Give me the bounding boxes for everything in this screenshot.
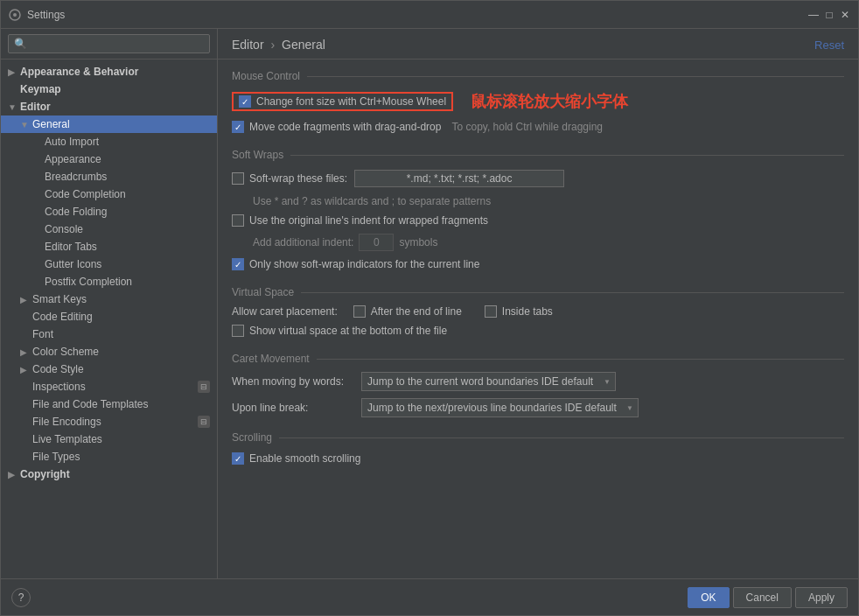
soft-wrap-files-checkbox[interactable]: Soft-wrap these files: (232, 172, 347, 185)
sidebar-label: Color Scheme (32, 346, 99, 358)
sidebar-item-copyright[interactable]: ▶ Copyright (1, 466, 217, 483)
only-show-wrap-checkbox[interactable]: Only show soft-wrap indicators for the c… (232, 258, 479, 270)
show-virtual-space-row: Show virtual space at the bottom of the … (232, 323, 844, 339)
badge-icon: ⊟ (198, 381, 210, 393)
arrow-icon: ▼ (20, 120, 32, 130)
use-original-cb[interactable] (232, 214, 244, 227)
apply-button[interactable]: Apply (795, 587, 848, 608)
sidebar-item-file-types[interactable]: File Types (1, 448, 217, 466)
sidebar-item-font[interactable]: Font (1, 326, 217, 343)
title-bar: Settings — □ ✕ (1, 1, 858, 29)
sidebar-item-file-encodings[interactable]: File Encodings ⊟ (1, 413, 217, 430)
search-input[interactable] (8, 34, 210, 53)
sidebar-item-live-templates[interactable]: Live Templates (1, 430, 217, 448)
right-panel: Editor › General Reset Mouse Control Cha… (218, 29, 858, 578)
sidebar-item-file-code-templates[interactable]: File and Code Templates (1, 396, 217, 413)
sidebar-item-general[interactable]: ▼ General (1, 116, 217, 133)
change-font-size-row: Change font size with Ctrl+Mouse Wheel 鼠… (232, 89, 844, 114)
sidebar-item-gutter-icons[interactable]: Gutter Icons (1, 256, 217, 273)
soft-wrap-files-row: Soft-wrap these files: (232, 168, 844, 189)
breadcrumb: Editor › General (232, 38, 325, 52)
sidebar-label: File Types (32, 451, 80, 463)
maximize-button[interactable]: □ (823, 9, 835, 21)
smooth-scroll-label: Enable smooth scrolling (249, 452, 360, 465)
soft-wrap-cb[interactable] (232, 172, 244, 185)
sidebar-item-auto-import[interactable]: Auto Import (1, 133, 217, 150)
help-icon: ? (18, 592, 24, 604)
sidebar-label: Font (32, 328, 53, 340)
soft-wrap-label: Soft-wrap these files: (249, 172, 347, 185)
change-font-size-cb[interactable] (239, 95, 251, 108)
upon-line-break-label: Upon line break: (232, 402, 354, 414)
sidebar-item-code-editing[interactable]: Code Editing (1, 308, 217, 326)
arrow-spacer (20, 417, 32, 427)
sidebar-item-code-completion[interactable]: Code Completion (1, 186, 217, 203)
use-original-indent-row: Use the original line's indent for wrapp… (232, 213, 844, 228)
close-button[interactable]: ✕ (839, 9, 851, 21)
sidebar-item-code-style[interactable]: ▶ Code Style (1, 360, 217, 378)
move-code-cb[interactable] (232, 121, 244, 133)
sidebar-label: Auto Import (45, 136, 99, 148)
sidebar-item-keymap[interactable]: Keymap (1, 80, 217, 98)
arrow-icon (8, 85, 20, 94)
sidebar-label: Editor Tabs (45, 241, 97, 253)
enable-smooth-scrolling-checkbox[interactable]: Enable smooth scrolling (232, 452, 360, 465)
upon-line-break-row: Upon line break: Jump to the next/previo… (232, 398, 844, 417)
inside-tabs-cb[interactable] (485, 305, 497, 318)
soft-wrap-files-input[interactable] (354, 170, 564, 187)
sidebar-label: Code Style (32, 363, 84, 375)
show-virtual-cb[interactable] (232, 325, 244, 337)
sidebar-label: File Encodings (32, 416, 101, 428)
inside-tabs-checkbox[interactable]: Inside tabs (485, 305, 553, 318)
arrow-spacer (32, 277, 45, 287)
sidebar-item-code-folding[interactable]: Code Folding (1, 203, 217, 220)
sidebar-item-console[interactable]: Console (1, 220, 217, 238)
breadcrumb-current: General (282, 38, 325, 52)
search-box (1, 29, 217, 60)
sidebar-item-smart-keys[interactable]: ▶ Smart Keys (1, 290, 217, 308)
minimize-button[interactable]: — (807, 9, 820, 21)
sidebar-item-editor[interactable]: ▼ Editor (1, 98, 217, 116)
sidebar-label: Breadcrumbs (45, 171, 107, 183)
after-end-cb[interactable] (353, 305, 366, 318)
right-header: Editor › General Reset (218, 29, 858, 60)
when-moving-label: When moving by words: (232, 375, 354, 388)
additional-indent-input[interactable] (359, 234, 394, 251)
move-code-fragments-checkbox[interactable]: Move code fragments with drag-and-drop (232, 121, 441, 133)
use-original-indent-checkbox[interactable]: Use the original line's indent for wrapp… (232, 214, 488, 227)
arrow-spacer (32, 242, 45, 252)
show-virtual-space-checkbox[interactable]: Show virtual space at the bottom of the … (232, 325, 447, 337)
settings-window: Settings — □ ✕ ▶ Appearance & Behavior (0, 0, 859, 616)
help-button[interactable]: ? (11, 588, 31, 607)
scrolling-section: Scrolling Enable smooth scrolling (232, 431, 844, 466)
tree-container: ▶ Appearance & Behavior Keymap ▼ Editor … (1, 60, 217, 578)
sidebar-item-appearance[interactable]: Appearance (1, 150, 217, 168)
left-panel: ▶ Appearance & Behavior Keymap ▼ Editor … (1, 29, 218, 578)
mouse-control-title: Mouse Control (232, 70, 844, 82)
cancel-button[interactable]: Cancel (733, 587, 792, 608)
smooth-scroll-cb[interactable] (232, 452, 244, 465)
soft-wraps-section: Soft Wraps Soft-wrap these files: Use * … (232, 149, 844, 272)
after-end-label: After the end of line (371, 305, 462, 318)
bottom-bar: ? OK Cancel Apply (1, 578, 858, 615)
sidebar-label: Live Templates (32, 433, 102, 445)
after-end-of-line-checkbox[interactable]: After the end of line (353, 305, 462, 318)
main-content: ▶ Appearance & Behavior Keymap ▼ Editor … (1, 29, 858, 578)
arrow-spacer (20, 312, 32, 322)
sidebar-item-appearance-behavior[interactable]: ▶ Appearance & Behavior (1, 63, 217, 80)
sidebar-label: Code Completion (45, 188, 126, 200)
arrow-spacer (32, 190, 45, 200)
reset-button[interactable]: Reset (814, 38, 844, 52)
upon-line-break-select[interactable]: Jump to the next/previous line boundarie… (361, 398, 639, 417)
change-font-size-checkbox[interactable]: Change font size with Ctrl+Mouse Wheel (232, 92, 453, 111)
only-show-cb[interactable] (232, 258, 244, 270)
when-moving-select[interactable]: Jump to the current word boundaries IDE … (361, 372, 616, 391)
sidebar-item-color-scheme[interactable]: ▶ Color Scheme (1, 343, 217, 360)
ok-button[interactable]: OK (688, 587, 729, 608)
sidebar-item-postfix-completion[interactable]: Postfix Completion (1, 273, 217, 290)
sidebar-item-inspections[interactable]: Inspections ⊟ (1, 378, 217, 396)
show-virtual-label: Show virtual space at the bottom of the … (249, 325, 447, 337)
sidebar-item-editor-tabs[interactable]: Editor Tabs (1, 238, 217, 256)
only-show-label: Only show soft-wrap indicators for the c… (249, 258, 479, 270)
sidebar-item-breadcrumbs[interactable]: Breadcrumbs (1, 168, 217, 186)
